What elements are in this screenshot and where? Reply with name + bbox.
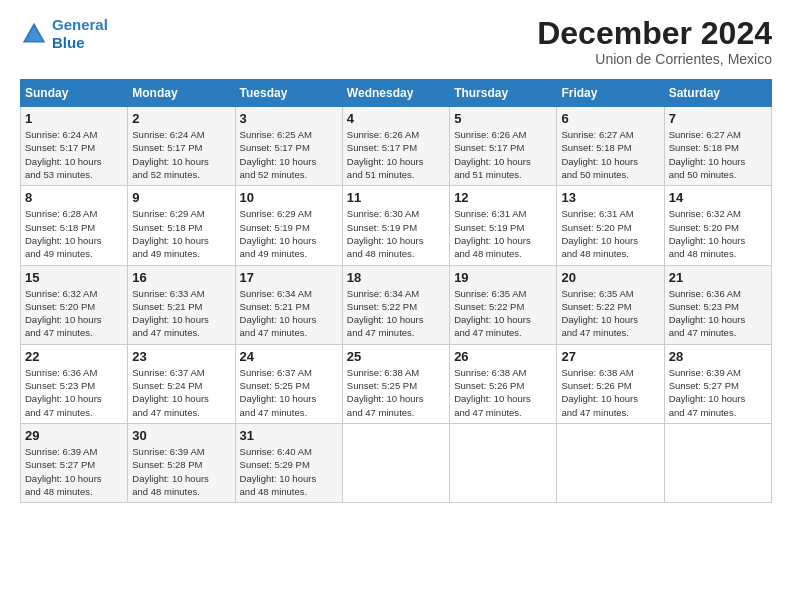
- list-item: 28Sunrise: 6:39 AM Sunset: 5:27 PM Dayli…: [664, 344, 771, 423]
- day-number: 21: [669, 270, 767, 285]
- table-row: 1Sunrise: 6:24 AM Sunset: 5:17 PM Daylig…: [21, 107, 772, 186]
- day-number: 29: [25, 428, 123, 443]
- table-row: 22Sunrise: 6:36 AM Sunset: 5:23 PM Dayli…: [21, 344, 772, 423]
- day-number: 19: [454, 270, 552, 285]
- day-number: 8: [25, 190, 123, 205]
- list-item: 30Sunrise: 6:39 AM Sunset: 5:28 PM Dayli…: [128, 423, 235, 502]
- day-number: 9: [132, 190, 230, 205]
- day-number: 20: [561, 270, 659, 285]
- list-item: 4Sunrise: 6:26 AM Sunset: 5:17 PM Daylig…: [342, 107, 449, 186]
- list-item: 11Sunrise: 6:30 AM Sunset: 5:19 PM Dayli…: [342, 186, 449, 265]
- table-row: 29Sunrise: 6:39 AM Sunset: 5:27 PM Dayli…: [21, 423, 772, 502]
- day-number: 3: [240, 111, 338, 126]
- day-info: Sunrise: 6:39 AM Sunset: 5:28 PM Dayligh…: [132, 445, 230, 498]
- day-info: Sunrise: 6:26 AM Sunset: 5:17 PM Dayligh…: [347, 128, 445, 181]
- list-item: 13Sunrise: 6:31 AM Sunset: 5:20 PM Dayli…: [557, 186, 664, 265]
- day-number: 5: [454, 111, 552, 126]
- col-saturday: Saturday: [664, 80, 771, 107]
- list-item: 2Sunrise: 6:24 AM Sunset: 5:17 PM Daylig…: [128, 107, 235, 186]
- day-info: Sunrise: 6:32 AM Sunset: 5:20 PM Dayligh…: [669, 207, 767, 260]
- day-info: Sunrise: 6:34 AM Sunset: 5:21 PM Dayligh…: [240, 287, 338, 340]
- day-number: 17: [240, 270, 338, 285]
- list-item: 17Sunrise: 6:34 AM Sunset: 5:21 PM Dayli…: [235, 265, 342, 344]
- day-info: Sunrise: 6:38 AM Sunset: 5:26 PM Dayligh…: [454, 366, 552, 419]
- list-item: 14Sunrise: 6:32 AM Sunset: 5:20 PM Dayli…: [664, 186, 771, 265]
- day-info: Sunrise: 6:30 AM Sunset: 5:19 PM Dayligh…: [347, 207, 445, 260]
- list-item: 15Sunrise: 6:32 AM Sunset: 5:20 PM Dayli…: [21, 265, 128, 344]
- day-number: 26: [454, 349, 552, 364]
- list-item: 20Sunrise: 6:35 AM Sunset: 5:22 PM Dayli…: [557, 265, 664, 344]
- list-item: [450, 423, 557, 502]
- day-info: Sunrise: 6:28 AM Sunset: 5:18 PM Dayligh…: [25, 207, 123, 260]
- list-item: 24Sunrise: 6:37 AM Sunset: 5:25 PM Dayli…: [235, 344, 342, 423]
- list-item: 9Sunrise: 6:29 AM Sunset: 5:18 PM Daylig…: [128, 186, 235, 265]
- list-item: 26Sunrise: 6:38 AM Sunset: 5:26 PM Dayli…: [450, 344, 557, 423]
- calendar-body: 1Sunrise: 6:24 AM Sunset: 5:17 PM Daylig…: [21, 107, 772, 503]
- day-info: Sunrise: 6:24 AM Sunset: 5:17 PM Dayligh…: [132, 128, 230, 181]
- list-item: 12Sunrise: 6:31 AM Sunset: 5:19 PM Dayli…: [450, 186, 557, 265]
- day-number: 6: [561, 111, 659, 126]
- list-item: [664, 423, 771, 502]
- day-info: Sunrise: 6:40 AM Sunset: 5:29 PM Dayligh…: [240, 445, 338, 498]
- day-number: 12: [454, 190, 552, 205]
- list-item: 27Sunrise: 6:38 AM Sunset: 5:26 PM Dayli…: [557, 344, 664, 423]
- col-thursday: Thursday: [450, 80, 557, 107]
- day-info: Sunrise: 6:39 AM Sunset: 5:27 PM Dayligh…: [25, 445, 123, 498]
- list-item: 18Sunrise: 6:34 AM Sunset: 5:22 PM Dayli…: [342, 265, 449, 344]
- logo: General Blue: [20, 16, 108, 52]
- day-info: Sunrise: 6:37 AM Sunset: 5:24 PM Dayligh…: [132, 366, 230, 419]
- day-info: Sunrise: 6:29 AM Sunset: 5:19 PM Dayligh…: [240, 207, 338, 260]
- day-number: 18: [347, 270, 445, 285]
- day-info: Sunrise: 6:31 AM Sunset: 5:20 PM Dayligh…: [561, 207, 659, 260]
- day-info: Sunrise: 6:27 AM Sunset: 5:18 PM Dayligh…: [669, 128, 767, 181]
- day-info: Sunrise: 6:37 AM Sunset: 5:25 PM Dayligh…: [240, 366, 338, 419]
- day-info: Sunrise: 6:38 AM Sunset: 5:25 PM Dayligh…: [347, 366, 445, 419]
- day-number: 28: [669, 349, 767, 364]
- day-info: Sunrise: 6:36 AM Sunset: 5:23 PM Dayligh…: [669, 287, 767, 340]
- day-number: 23: [132, 349, 230, 364]
- list-item: 22Sunrise: 6:36 AM Sunset: 5:23 PM Dayli…: [21, 344, 128, 423]
- list-item: 29Sunrise: 6:39 AM Sunset: 5:27 PM Dayli…: [21, 423, 128, 502]
- table-row: 15Sunrise: 6:32 AM Sunset: 5:20 PM Dayli…: [21, 265, 772, 344]
- list-item: 21Sunrise: 6:36 AM Sunset: 5:23 PM Dayli…: [664, 265, 771, 344]
- page: General Blue December 2024 Union de Corr…: [0, 0, 792, 612]
- list-item: 23Sunrise: 6:37 AM Sunset: 5:24 PM Dayli…: [128, 344, 235, 423]
- header-row: Sunday Monday Tuesday Wednesday Thursday…: [21, 80, 772, 107]
- day-info: Sunrise: 6:36 AM Sunset: 5:23 PM Dayligh…: [25, 366, 123, 419]
- list-item: 1Sunrise: 6:24 AM Sunset: 5:17 PM Daylig…: [21, 107, 128, 186]
- day-info: Sunrise: 6:32 AM Sunset: 5:20 PM Dayligh…: [25, 287, 123, 340]
- col-tuesday: Tuesday: [235, 80, 342, 107]
- logo-text: General Blue: [52, 16, 108, 52]
- day-number: 4: [347, 111, 445, 126]
- list-item: 3Sunrise: 6:25 AM Sunset: 5:17 PM Daylig…: [235, 107, 342, 186]
- subtitle: Union de Corrientes, Mexico: [537, 51, 772, 67]
- day-number: 27: [561, 349, 659, 364]
- day-info: Sunrise: 6:24 AM Sunset: 5:17 PM Dayligh…: [25, 128, 123, 181]
- day-info: Sunrise: 6:33 AM Sunset: 5:21 PM Dayligh…: [132, 287, 230, 340]
- list-item: [342, 423, 449, 502]
- col-sunday: Sunday: [21, 80, 128, 107]
- list-item: 19Sunrise: 6:35 AM Sunset: 5:22 PM Dayli…: [450, 265, 557, 344]
- list-item: 25Sunrise: 6:38 AM Sunset: 5:25 PM Dayli…: [342, 344, 449, 423]
- day-info: Sunrise: 6:31 AM Sunset: 5:19 PM Dayligh…: [454, 207, 552, 260]
- col-wednesday: Wednesday: [342, 80, 449, 107]
- day-number: 30: [132, 428, 230, 443]
- day-info: Sunrise: 6:38 AM Sunset: 5:26 PM Dayligh…: [561, 366, 659, 419]
- calendar-table: Sunday Monday Tuesday Wednesday Thursday…: [20, 79, 772, 503]
- month-title: December 2024: [537, 16, 772, 51]
- day-number: 7: [669, 111, 767, 126]
- list-item: 10Sunrise: 6:29 AM Sunset: 5:19 PM Dayli…: [235, 186, 342, 265]
- day-number: 25: [347, 349, 445, 364]
- logo-icon: [20, 20, 48, 48]
- day-number: 22: [25, 349, 123, 364]
- day-number: 11: [347, 190, 445, 205]
- day-number: 31: [240, 428, 338, 443]
- day-info: Sunrise: 6:26 AM Sunset: 5:17 PM Dayligh…: [454, 128, 552, 181]
- header: General Blue December 2024 Union de Corr…: [20, 16, 772, 67]
- col-friday: Friday: [557, 80, 664, 107]
- day-info: Sunrise: 6:29 AM Sunset: 5:18 PM Dayligh…: [132, 207, 230, 260]
- title-block: December 2024 Union de Corrientes, Mexic…: [537, 16, 772, 67]
- list-item: 7Sunrise: 6:27 AM Sunset: 5:18 PM Daylig…: [664, 107, 771, 186]
- day-number: 1: [25, 111, 123, 126]
- day-info: Sunrise: 6:25 AM Sunset: 5:17 PM Dayligh…: [240, 128, 338, 181]
